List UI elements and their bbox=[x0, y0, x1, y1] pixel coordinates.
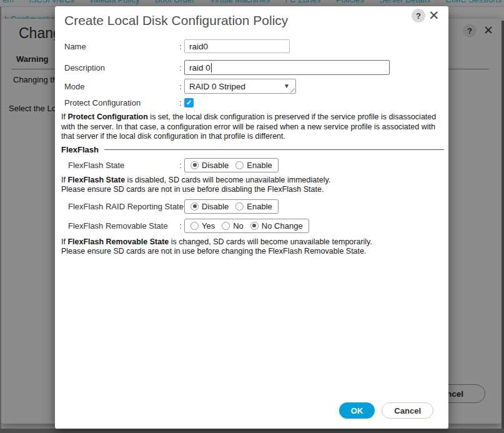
description-value: raid 0 bbox=[189, 63, 210, 72]
description-label: Description bbox=[64, 63, 179, 72]
text-cursor bbox=[211, 63, 212, 72]
flexflash-raid-reporting-state-label: FlexFlash RAID Reporting State bbox=[64, 202, 179, 211]
name-value: raid0 bbox=[189, 42, 208, 51]
flexflash-state-label: FlexFlash State bbox=[64, 161, 179, 170]
protect-configuration-label: Protect Configuration bbox=[64, 98, 179, 107]
help-icon[interactable]: ? bbox=[412, 9, 425, 22]
flexflash-state-row: FlexFlash State : DisableEnable bbox=[64, 158, 442, 172]
radio-icon[interactable] bbox=[190, 222, 199, 230]
radio-option-disable[interactable]: Disable bbox=[190, 202, 229, 211]
radio-option-label: Disable bbox=[202, 202, 229, 211]
colon: : bbox=[179, 82, 184, 91]
radio-icon[interactable] bbox=[190, 202, 199, 211]
cancel-button[interactable]: Cancel bbox=[382, 402, 433, 419]
radio-option-no-change[interactable]: No Change bbox=[250, 221, 303, 231]
description-row: Description : raid 0 bbox=[64, 60, 442, 75]
mode-value: RAID 0 Striped bbox=[189, 82, 245, 91]
ok-button[interactable]: OK bbox=[339, 402, 375, 419]
radio-option-label: Enable bbox=[247, 202, 272, 211]
colon: : bbox=[179, 202, 184, 211]
description-input[interactable]: raid 0 bbox=[184, 60, 390, 75]
flexflash-removable-state-row: FlexFlash Removable State : YesNoNo Chan… bbox=[64, 219, 442, 233]
name-row: Name : raid0 bbox=[64, 39, 442, 53]
protect-checkbox[interactable]: ✓ bbox=[184, 98, 194, 107]
protect-description-text: If Protect Configuration is set, the loc… bbox=[61, 112, 442, 142]
flexflash-state-radio-group: DisableEnable bbox=[184, 158, 279, 172]
radio-option-yes[interactable]: Yes bbox=[190, 221, 215, 231]
flexflash-section-title: FlexFlash bbox=[61, 145, 99, 154]
resize-handle-icon[interactable] bbox=[290, 88, 295, 92]
flexflash-removable-state-label: FlexFlash Removable State bbox=[64, 221, 179, 231]
protect-configuration-row: Protect Configuration : ✓ bbox=[64, 98, 442, 107]
radio-option-label: Yes bbox=[202, 221, 215, 231]
radio-option-label: No Change bbox=[262, 221, 303, 231]
radio-option-label: No bbox=[233, 221, 244, 231]
flexflash-raid-reporting-state-row: FlexFlash RAID Reporting State : Disable… bbox=[64, 199, 442, 214]
radio-option-enable[interactable]: Enable bbox=[235, 161, 272, 170]
check-icon: ✓ bbox=[186, 99, 192, 107]
flexflash-removable-radio-group: YesNoNo Change bbox=[184, 219, 309, 233]
section-divider bbox=[104, 149, 444, 150]
dropdown-arrow-icon[interactable]: ▼ bbox=[284, 82, 290, 89]
flexflash-section-header: FlexFlash bbox=[61, 145, 442, 154]
colon: : bbox=[179, 63, 184, 72]
radio-icon[interactable] bbox=[250, 222, 259, 230]
colon: : bbox=[179, 98, 184, 107]
flexflash-removable-description-text: If FlexFlash Removable State is changed,… bbox=[61, 237, 442, 257]
radio-icon[interactable] bbox=[222, 222, 230, 230]
radio-option-label: Enable bbox=[247, 161, 272, 170]
flexflash-state-description-text: If FlexFlash State is disabled, SD cards… bbox=[61, 176, 442, 195]
create-local-disk-policy-dialog: Create Local Disk Configuration Policy ?… bbox=[55, 6, 448, 429]
radio-icon[interactable] bbox=[190, 161, 199, 169]
close-icon[interactable]: ✕ bbox=[428, 7, 440, 24]
name-label: Name bbox=[64, 42, 179, 51]
radio-option-no[interactable]: No bbox=[222, 221, 244, 231]
radio-option-enable[interactable]: Enable bbox=[235, 202, 272, 211]
radio-icon[interactable] bbox=[235, 202, 244, 211]
name-input[interactable]: raid0 bbox=[184, 39, 290, 53]
flexflash-raid-reporting-radio-group: DisableEnable bbox=[184, 199, 279, 214]
dialog-title: Create Local Disk Configuration Policy bbox=[64, 13, 288, 28]
mode-row: Mode : RAID 0 Striped ▼ bbox=[64, 79, 442, 94]
radio-option-label: Disable bbox=[202, 161, 229, 170]
dialog-footer: OK Cancel bbox=[339, 402, 433, 419]
colon: : bbox=[179, 42, 184, 51]
radio-option-disable[interactable]: Disable bbox=[190, 161, 229, 170]
radio-icon[interactable] bbox=[235, 161, 244, 169]
colon: : bbox=[179, 161, 184, 170]
colon: : bbox=[179, 221, 184, 231]
mode-label: Mode bbox=[64, 82, 179, 91]
mode-select[interactable]: RAID 0 Striped ▼ bbox=[184, 79, 296, 94]
